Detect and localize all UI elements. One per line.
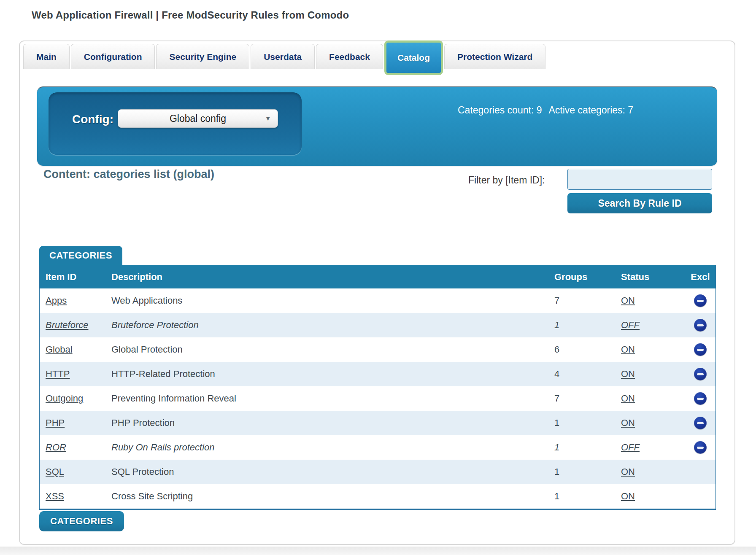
table-row: GlobalGlobal Protection6ON <box>40 337 716 362</box>
cell-description: Cross Site Scripting <box>111 491 550 502</box>
item-id-link[interactable]: Global <box>46 344 73 355</box>
status-link[interactable]: ON <box>621 491 635 501</box>
tab-catalog[interactable]: Catalog <box>384 40 443 75</box>
category-stats: Categories count: 9 Active categories: 7 <box>458 105 633 116</box>
cell-status: OFF <box>618 320 685 331</box>
categories-bottom-button[interactable]: CATEGORIES <box>39 511 124 531</box>
main-panel: MainConfigurationSecurity EngineUserdata… <box>19 40 735 545</box>
minus-circle-icon[interactable] <box>694 294 707 307</box>
cell-description: HTTP-Related Protection <box>111 369 550 380</box>
filter-input[interactable] <box>567 169 712 190</box>
cell-groups: 1 <box>550 442 618 453</box>
item-id-link[interactable]: Apps <box>46 295 67 306</box>
item-id-link[interactable]: ROR <box>46 442 66 453</box>
item-id-link[interactable]: Outgoing <box>46 393 83 404</box>
header-status: Status <box>618 272 685 283</box>
table-row: BruteforceBruteforce Protection1OFF <box>40 313 716 337</box>
tab-bar: MainConfigurationSecurity EngineUserdata… <box>23 41 547 69</box>
table-row: PHPPHP Protection1ON <box>40 411 716 435</box>
minus-circle-icon[interactable] <box>694 319 707 331</box>
cell-item-id: Outgoing <box>40 393 111 404</box>
header-groups: Groups <box>550 272 618 283</box>
cell-excl <box>685 319 716 331</box>
categories-badge: CATEGORIES <box>39 246 122 265</box>
status-link[interactable]: ON <box>621 393 635 404</box>
cell-status: ON <box>618 344 685 355</box>
cell-excl <box>685 417 716 429</box>
tab-main[interactable]: Main <box>23 44 70 69</box>
cell-status: ON <box>618 393 685 404</box>
content-heading: Content: categories list (global) <box>43 168 214 181</box>
cell-status: ON <box>618 491 685 502</box>
cell-excl <box>685 343 716 356</box>
config-box: Config: Global config ▼ <box>49 92 302 155</box>
cell-item-id: Bruteforce <box>40 320 111 331</box>
cell-groups: 4 <box>550 369 618 380</box>
status-link[interactable]: ON <box>621 418 635 428</box>
status-link[interactable]: ON <box>621 344 635 355</box>
cell-groups: 1 <box>550 466 618 477</box>
page-title: Web Application Firewall | Free ModSecur… <box>32 9 349 21</box>
page-footer-band <box>0 547 756 555</box>
cell-description: Preventing Information Reveal <box>111 393 550 404</box>
item-id-link[interactable]: Bruteforce <box>46 320 89 330</box>
table-body: AppsWeb Applications7ONBruteforceBrutefo… <box>40 288 716 509</box>
item-id-link[interactable]: XSS <box>46 491 64 501</box>
config-dropdown[interactable]: Global config ▼ <box>118 109 278 128</box>
cell-status: ON <box>618 466 685 477</box>
cell-description: SQL Protection <box>111 466 550 477</box>
minus-circle-icon[interactable] <box>694 343 707 356</box>
minus-circle-icon[interactable] <box>694 441 707 454</box>
table-row: HTTPHTTP-Related Protection4ON <box>40 362 716 386</box>
status-link[interactable]: ON <box>621 466 635 477</box>
status-link[interactable]: OFF <box>621 442 640 453</box>
search-by-rule-id-button[interactable]: Search By Rule ID <box>567 193 712 213</box>
cell-description: Bruteforce Protection <box>111 320 550 331</box>
table-row: SQLSQL Protection1ON <box>40 460 716 484</box>
config-dropdown-value: Global config <box>170 113 226 124</box>
cell-description: Web Applications <box>111 295 550 306</box>
tab-security-engine[interactable]: Security Engine <box>156 44 249 69</box>
header-excl: Excl <box>685 272 716 283</box>
cell-item-id: Global <box>40 344 111 355</box>
cell-groups: 1 <box>550 418 618 428</box>
item-id-link[interactable]: PHP <box>46 418 65 428</box>
tab-protection-wizard[interactable]: Protection Wizard <box>444 44 545 69</box>
minus-circle-icon[interactable] <box>694 368 707 380</box>
filter-label: Filter by [Item ID]: <box>468 175 545 186</box>
item-id-link[interactable]: HTTP <box>46 369 70 379</box>
chevron-down-icon: ▼ <box>265 115 271 122</box>
table-row: AppsWeb Applications7ON <box>40 288 716 313</box>
table-row: XSSCross Site Scripting1ON <box>40 484 716 509</box>
table-header-row: Item ID Description Groups Status Excl <box>40 265 716 288</box>
minus-circle-icon[interactable] <box>694 417 707 429</box>
table-row: OutgoingPreventing Information Reveal7ON <box>40 386 716 411</box>
cell-groups: 1 <box>550 491 618 502</box>
cell-excl <box>685 294 716 307</box>
header-description: Description <box>111 272 550 283</box>
categories-table: Item ID Description Groups Status Excl A… <box>39 265 716 510</box>
status-link[interactable]: ON <box>621 369 635 379</box>
tab-userdata[interactable]: Userdata <box>251 44 315 69</box>
cell-item-id: ROR <box>40 442 111 453</box>
cell-groups: 1 <box>550 320 618 331</box>
status-link[interactable]: ON <box>621 295 635 306</box>
cell-groups: 7 <box>550 295 618 306</box>
cell-status: ON <box>618 418 685 428</box>
cell-item-id: SQL <box>40 466 111 477</box>
tab-configuration[interactable]: Configuration <box>71 44 155 69</box>
minus-circle-icon[interactable] <box>694 392 707 405</box>
cell-status: OFF <box>618 442 685 453</box>
cell-item-id: XSS <box>40 491 111 502</box>
table-row: RORRuby On Rails protection1OFF <box>40 435 716 460</box>
config-label: Config: <box>72 113 113 126</box>
cell-groups: 6 <box>550 344 618 355</box>
cell-item-id: PHP <box>40 418 111 428</box>
cell-excl <box>685 441 716 454</box>
page: Web Application Firewall | Free ModSecur… <box>0 0 756 555</box>
cell-excl <box>685 392 716 405</box>
header-item-id: Item ID <box>40 272 111 283</box>
status-link[interactable]: OFF <box>621 320 640 330</box>
item-id-link[interactable]: SQL <box>46 466 64 477</box>
tab-feedback[interactable]: Feedback <box>316 44 383 69</box>
